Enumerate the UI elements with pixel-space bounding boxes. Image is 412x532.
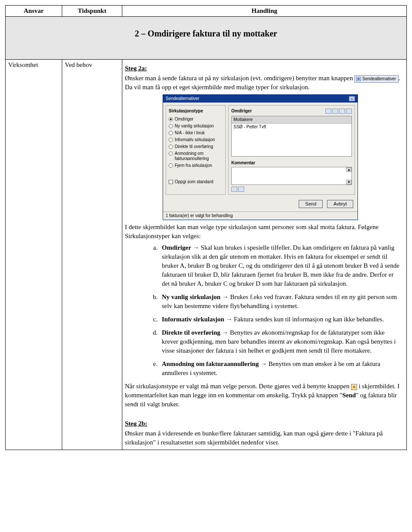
sendealternativer-icon [356, 77, 361, 81]
option-d-label: Direkte til overføring [162, 329, 220, 336]
info-icon[interactable] [231, 187, 237, 192]
radio-fjern[interactable]: Fjern fra sirkulasjon [169, 163, 223, 168]
cell-ansvar: Virksomhet [6, 60, 62, 450]
after-image-text: I dette skjermbildet kan man velge type … [125, 223, 404, 241]
checkbox-icon [169, 180, 173, 184]
toolbar-icons [325, 109, 352, 114]
arrow-icon: → [193, 244, 199, 251]
dialog-screenshot: Sendealternativer × Sirkulasjonstype Omd… [125, 93, 404, 223]
clear-icon[interactable] [238, 187, 244, 192]
col-header-ansvar: Ansvar [6, 6, 62, 16]
sirkulasjonstype-panel: Sirkulasjonstype Omdiriger Ny vanlig sir… [166, 105, 226, 195]
radio-direkte[interactable]: Direkte til overføring [169, 144, 223, 149]
comment-toolbar [231, 187, 352, 192]
radio-informativ[interactable]: Informativ sirkulasjon [169, 137, 223, 142]
after-opts-a: Når sirkulasjonstype er valgt må man vel… [125, 383, 351, 390]
comment-label: Kommentar [231, 160, 352, 166]
radio-icon [169, 131, 173, 135]
table-header-row: Ansvar Tidspunkt Handling [6, 6, 406, 17]
option-b: Ny vanlig sirkulasjon → Brukes f.eks ved… [159, 293, 404, 311]
radio-na[interactable]: N/A - ikke i bruk [169, 130, 223, 136]
dialog-body: Sirkulasjonstype Omdiriger Ny vanlig sir… [163, 103, 357, 197]
section-title: 2 – Omdirigere faktura til ny mottaker [135, 29, 277, 38]
step-2a-title: Steg 2a: [125, 64, 404, 73]
table-body-row: Virksomhet Ved behov Steg 2a: Ønsker man… [6, 60, 406, 450]
radio-anmodning[interactable]: Anmodning om fakturaannullering [169, 151, 223, 161]
edit-icon[interactable] [339, 109, 345, 114]
option-c-text: Faktura sendes kun til informasjon og ka… [232, 316, 384, 323]
cell-handling: Steg 2a: Ønsker man å sende faktura ut p… [122, 60, 406, 450]
radio-omdiriger[interactable]: Omdiriger [169, 117, 223, 122]
close-icon[interactable]: × [349, 96, 355, 101]
dialog-status: 1 faktura(er) er valgt for behandling [163, 212, 357, 220]
circulation-type-list: Omdiriger → Skal kun brukes i spesielle … [125, 243, 404, 378]
option-a-label: Omdiriger [162, 244, 191, 251]
arrow-icon: → [226, 316, 232, 323]
step-2a-intro: Ønsker man å sende faktura ut på ny sirk… [125, 74, 404, 92]
radio-icon [169, 163, 173, 168]
recipient-row[interactable]: SSØ - Petter Tvft [232, 124, 351, 130]
person-lookup-icon[interactable] [351, 384, 357, 390]
radio-icon [169, 151, 173, 156]
omdiriger-panel: Omdiriger Mottakere SSØ - Pe [228, 105, 355, 195]
send-bold: Send [342, 392, 356, 399]
sendealternativer-dialog: Sendealternativer × Sirkulasjonstype Omd… [163, 94, 358, 220]
section-title-row: 2 – Omdirigere faktura til ny mottaker [6, 17, 406, 60]
option-a: Omdiriger → Skal kun brukes i spesielle … [159, 243, 404, 288]
option-e-label: Anmodning om fakturaannullering [162, 360, 259, 367]
cancel-button[interactable]: Avbryt [327, 200, 353, 208]
arrow-icon: → [261, 360, 267, 367]
radio-ny-vanlig[interactable]: Ny vanlig sirkulasjon [169, 124, 223, 129]
sendealternativer-label: Sendealternativer [362, 76, 396, 81]
option-c-label: Informativ sirkulasjon [162, 316, 224, 323]
checkbox-standard[interactable]: Oppgi som standard [169, 179, 223, 184]
col-header-handling: Handling [122, 6, 406, 16]
radio-icon [169, 117, 173, 121]
scroll-down-icon[interactable]: ▼ [346, 180, 351, 184]
radio-icon [169, 124, 173, 128]
recipients-header: Mottakere [232, 116, 351, 124]
sendealternativer-button[interactable]: Sendealternativer [354, 75, 398, 83]
radio-icon [169, 145, 173, 149]
option-c: Informativ sirkulasjon → Faktura sendes … [159, 315, 404, 324]
dialog-titlebar: Sendealternativer × [163, 95, 357, 103]
scroll-up-icon[interactable]: ▲ [346, 167, 351, 172]
radio-icon [169, 138, 173, 142]
add-icon[interactable] [332, 109, 338, 114]
option-d: Direkte til overføring → Benyttes av øko… [159, 328, 404, 355]
right-panel-title: Omdiriger [231, 108, 252, 114]
delete-icon[interactable] [346, 109, 352, 114]
col-header-tidspunkt: Tidspunkt [62, 6, 122, 16]
recipients-list[interactable]: Mottakere SSØ - Petter Tvft [231, 116, 352, 157]
cell-tidspunkt: Ved behov [62, 60, 122, 450]
step-2b-text: Ønsker man å videresende en bunke/flere … [125, 429, 404, 447]
dialog-title: Sendealternativer [166, 96, 199, 102]
dialog-buttons: Send Avbryt [163, 197, 357, 212]
comment-textarea[interactable]: ▲ ▼ [231, 167, 352, 185]
arrow-icon: → [222, 293, 228, 300]
right-panel-header: Omdiriger [231, 108, 352, 114]
step-2b-title: Steg 2b: [125, 419, 404, 428]
option-b-label: Ny vanlig sirkulasjon [162, 293, 221, 300]
option-e: Anmodning om fakturaannullering → Benytt… [159, 360, 404, 378]
after-options-text: Når sirkulasjonstype er valgt må man vel… [125, 382, 404, 409]
sirkulasjonstype-title: Sirkulasjonstype [169, 108, 223, 114]
intro-text-a: Ønsker man å sende faktura ut på ny sirk… [125, 75, 354, 82]
document-table: Ansvar Tidspunkt Handling 2 – Omdirigere… [5, 5, 407, 450]
send-button[interactable]: Send [299, 200, 323, 208]
arrow-icon: → [222, 329, 228, 336]
lookup-icon[interactable] [325, 109, 331, 114]
